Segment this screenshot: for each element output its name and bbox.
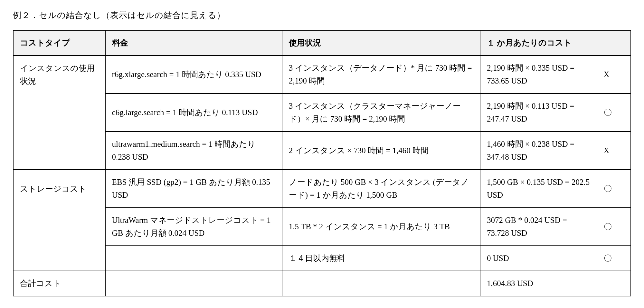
cell-monthly-cost: 1,460 時間 × 0.238 USD = 347.48 USD: [480, 132, 597, 170]
table-row: １４日以内無料 0 USD〇: [13, 246, 631, 271]
table-row: ultrawarm1.medium.search = 1 時間あたり 0.238…: [13, 132, 631, 170]
cost-table: コストタイプ 料金 使用状況 １ か月あたりのコスト インスタンスの使用状況r6…: [13, 30, 631, 296]
cell-usage: 3 インスタンス（データノード）* 月に 730 時間 = 2,190 時間: [282, 55, 480, 94]
table-row: ストレージコストEBS 汎用 SSD (gp2) = 1 GB あたり月額 0.…: [13, 170, 631, 208]
cell-rate: UltraWarm マネージドストレージコスト = 1 GB あたり月額 0.0…: [105, 208, 282, 246]
cell-cost-type: インスタンスの使用状況: [13, 55, 105, 94]
page: 例２．セルの結合なし（表示はセルの結合に見える） コストタイプ 料金 使用状況 …: [0, 0, 644, 306]
header-rate: 料金: [105, 30, 282, 55]
cell-cost-type: [13, 94, 105, 132]
cell-rate: ultrawarm1.medium.search = 1 時間あたり 0.238…: [105, 132, 282, 170]
cell-monthly-cost: 1,500 GB × 0.135 USD = 202.5 USD: [480, 170, 597, 208]
table-row: インスタンスの使用状況r6g.xlarge.search = 1 時間あたり 0…: [13, 55, 631, 94]
cell-monthly-cost: 3072 GB * 0.024 USD = 73.728 USD: [480, 208, 597, 246]
header-cost-type: コストタイプ: [13, 30, 105, 55]
cell-cost-type: [13, 208, 105, 246]
table-body: インスタンスの使用状況r6g.xlarge.search = 1 時間あたり 0…: [13, 55, 631, 296]
cell-cost-type: [13, 246, 105, 271]
cell-mark: 〇: [597, 170, 631, 208]
cell-cost-type: 合計コスト: [13, 271, 105, 296]
cell-mark: X: [597, 55, 631, 94]
page-title: 例２．セルの結合なし（表示はセルの結合に見える）: [13, 10, 631, 21]
header-monthly-cost: １ か月あたりのコスト: [480, 30, 631, 55]
cell-monthly-cost: 0 USD: [480, 246, 597, 271]
header-usage: 使用状況: [282, 30, 480, 55]
cell-usage: １４日以内無料: [282, 246, 480, 271]
cell-rate: [105, 246, 282, 271]
table-row: c6g.large.search = 1 時間あたり 0.113 USD3 イン…: [13, 94, 631, 132]
cell-cost-type: ストレージコスト: [13, 170, 105, 208]
cell-monthly-cost: 2,190 時間 × 0.335 USD = 733.65 USD: [480, 55, 597, 94]
cell-mark: 〇: [597, 246, 631, 271]
cell-mark: X: [597, 132, 631, 170]
cell-rate: [105, 271, 282, 296]
cell-rate: r6g.xlarge.search = 1 時間あたり 0.335 USD: [105, 55, 282, 94]
table-header-row: コストタイプ 料金 使用状況 １ か月あたりのコスト: [13, 30, 631, 55]
cell-monthly-cost: 2,190 時間 × 0.113 USD = 247.47 USD: [480, 94, 597, 132]
cell-usage: 1.5 TB * 2 インスタンス = 1 か月あたり 3 TB: [282, 208, 480, 246]
cell-mark: [597, 271, 631, 296]
cell-rate: c6g.large.search = 1 時間あたり 0.113 USD: [105, 94, 282, 132]
cell-usage: 2 インスタンス × 730 時間 = 1,460 時間: [282, 132, 480, 170]
table-row: UltraWarm マネージドストレージコスト = 1 GB あたり月額 0.0…: [13, 208, 631, 246]
cell-mark: 〇: [597, 208, 631, 246]
cell-mark: 〇: [597, 94, 631, 132]
cell-monthly-cost: 1,604.83 USD: [480, 271, 597, 296]
cell-usage: [282, 271, 480, 296]
cell-rate: EBS 汎用 SSD (gp2) = 1 GB あたり月額 0.135 USD: [105, 170, 282, 208]
cell-usage: ノードあたり 500 GB × 3 インスタンス (データノード) = 1 か月…: [282, 170, 480, 208]
cell-cost-type: [13, 132, 105, 170]
cell-usage: 3 インスタンス（クラスターマネージャーノード）× 月に 730 時間 = 2,…: [282, 94, 480, 132]
table-row: 合計コスト1,604.83 USD: [13, 271, 631, 296]
